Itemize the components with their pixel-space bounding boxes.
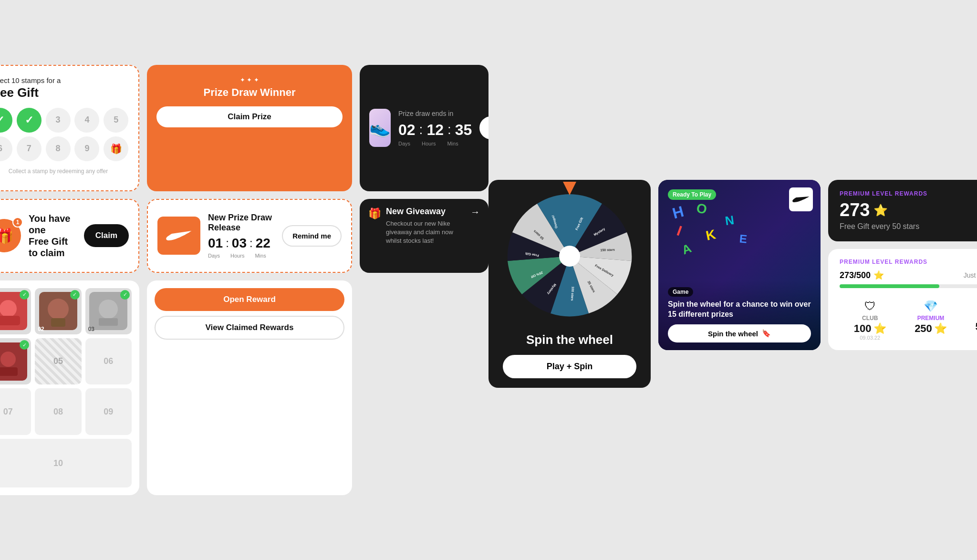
giveaway-title: New Giveaway xyxy=(386,207,466,217)
spin-wheel-button[interactable]: Spin the wheel 🔖 xyxy=(668,324,811,342)
timer-mins: 35 xyxy=(455,121,472,139)
new-prize-labels: Days Hours Mins xyxy=(208,253,274,259)
tier-elite: ✦ ELITE 500 ⭐ xyxy=(975,300,977,341)
prem-to-go: Just 227 stars to go xyxy=(964,271,977,279)
reward-cell-04: ✓ 04 xyxy=(0,338,31,384)
svg-rect-13 xyxy=(0,316,20,325)
new-prize-hours: 03 xyxy=(232,236,247,251)
tier-club: 🛡 CLUB 100 ⭐ 09.03.22 xyxy=(854,300,886,341)
stamp-hint: Collect a stamp by redeeming any offer xyxy=(0,168,129,175)
new-prize-days: 01 xyxy=(208,236,223,251)
enter-now-button[interactable]: Enter now xyxy=(479,116,488,139)
stamp-4: 4 xyxy=(74,108,99,133)
prem-label: PREMIUM LEVEL REWARDS xyxy=(840,259,977,265)
prize-draw-card: 👟 Prize draw ends in 02 : 12 : 35 Days H… xyxy=(360,65,488,191)
svg-point-25 xyxy=(559,246,580,267)
remind-me-button[interactable]: Remind me xyxy=(282,225,342,247)
svg-point-21 xyxy=(0,352,16,367)
timer-hours: 12 xyxy=(426,121,444,139)
giveaway-card: 🎁 New Giveaway Checkout our new Nike giv… xyxy=(360,199,488,273)
premium-top-label: PREMIUM LEVEL REWARDS xyxy=(840,190,927,197)
tier-row: 🛡 CLUB 100 ⭐ 09.03.22 💎 PREMIUM 250 ⭐ ✦ … xyxy=(840,300,977,341)
stamp-3: 3 xyxy=(46,108,71,133)
gift-icon-wrap: 🎁 1 xyxy=(0,219,21,252)
giveaway-content: New Giveaway Checkout our new Nike givea… xyxy=(386,207,466,246)
rewards-grid-card: ✓ 01 ✓ 02 ✓ 03 ✓ 04 05 xyxy=(0,280,139,496)
view-claimed-button[interactable]: View Claimed Rewards xyxy=(155,316,344,340)
bookmark-icon: 🔖 xyxy=(762,329,771,338)
game-nike-logo xyxy=(789,187,813,211)
stamps-grid: ✓ ✓ 3 4 5 6 7 8 9 🎁 xyxy=(0,108,129,161)
ready-to-play-tag: Ready To Play xyxy=(668,189,716,200)
reward-cell-02: ✓ 02 xyxy=(35,288,81,334)
open-reward-button[interactable]: Open Reward xyxy=(155,288,344,311)
spin-wheel-card: Free Gift Mystery 150 stars Free Deliver… xyxy=(488,180,651,388)
premium-top-card: PREMIUM LEVEL REWARDS 273 ⭐ Free Gift ev… xyxy=(828,180,977,241)
wheel-pointer xyxy=(563,182,576,195)
wheel-container: Free Gift Mystery 150 stars Free Deliver… xyxy=(503,189,636,323)
reward-cell-09: 09 xyxy=(85,388,132,435)
game-background: Ready To Play H O N I K E A Game Spin th… xyxy=(658,180,821,350)
gift-badge: 1 xyxy=(12,217,23,228)
play-spin-button[interactable]: Play + Spin xyxy=(503,355,636,378)
tier-elite-pts: 500 ⭐ xyxy=(975,321,977,333)
star-icon-prem: ⭐ xyxy=(873,270,884,280)
tier-premium: 💎 PREMIUM 250 ⭐ xyxy=(915,300,947,341)
svg-point-12 xyxy=(0,300,17,317)
progress-bar-fill xyxy=(840,284,939,288)
new-prize-title: New Prize Draw Release xyxy=(208,213,274,233)
claim-prize-button[interactable]: Claim Prize xyxy=(156,106,343,127)
prem-count: 273/500 ⭐ xyxy=(840,270,884,280)
stamp-1: ✓ xyxy=(0,108,12,133)
tier-club-date: 09.03.22 xyxy=(854,335,886,341)
premium-stars-row: 273 ⭐ xyxy=(840,200,927,220)
claim-title: You have one Free Gift to claim xyxy=(29,213,76,259)
claim-text: You have one Free Gift to claim xyxy=(29,213,76,259)
gem-icon: 💎 xyxy=(915,300,947,313)
svg-rect-22 xyxy=(0,367,18,376)
stamp-5: 5 xyxy=(104,108,128,133)
stamp-subtitle: Collect 10 stamps for a xyxy=(0,76,129,84)
svg-rect-19 xyxy=(99,318,118,326)
svg-rect-16 xyxy=(51,318,65,327)
tier-premium-pts: 250 ⭐ xyxy=(915,322,947,335)
game-bottom: Game Spin the wheel for a chance to win … xyxy=(658,280,821,350)
timer-digits: 02 : 12 : 35 xyxy=(398,121,472,139)
tier-premium-name: PREMIUM xyxy=(915,315,947,321)
reward-check-04: ✓ xyxy=(20,340,29,350)
new-prize-timer: 01 : 03 : 22 xyxy=(208,236,274,251)
claim-button[interactable]: Claim xyxy=(84,224,129,247)
timer-days: 02 xyxy=(398,121,416,139)
game-card: Ready To Play H O N I K E A Game Spin th… xyxy=(658,180,821,350)
reward-cell-10: 10 xyxy=(0,439,132,488)
confetti-left: ✦ ✦ ✦ xyxy=(240,76,259,83)
timer-label: Prize draw ends in xyxy=(398,110,472,117)
reward-cell-01: ✓ 01 xyxy=(0,288,31,334)
svg-text:150 stars: 150 stars xyxy=(600,248,615,252)
prize-winner-card: ✦ ✦ ✦ Prize Draw Winner Claim Prize xyxy=(147,65,352,191)
reward-check-01: ✓ xyxy=(20,290,29,300)
claim-gift-card: 🎁 1 You have one Free Gift to claim Clai… xyxy=(0,199,139,273)
stamp-card: Collect 10 stamps for a Free Gift ✓ ✓ 3 … xyxy=(0,65,139,191)
stamp-title: Free Gift xyxy=(0,85,129,100)
premium-column: PREMIUM LEVEL REWARDS 273 ⭐ Free Gift ev… xyxy=(828,180,977,350)
nike-prize-box xyxy=(157,217,200,255)
progress-bar-wrap xyxy=(840,284,977,288)
tier-club-pts: 100 ⭐ xyxy=(854,322,886,335)
timer-info: Prize draw ends in 02 : 12 : 35 Days Hou… xyxy=(398,110,472,146)
confetti-line: ✦ ✦ ✦ xyxy=(156,76,343,83)
prem-stars-row: 273/500 ⭐ Just 227 stars to go xyxy=(840,270,977,280)
prize-shoe-image: 👟 xyxy=(369,109,391,147)
svg-point-18 xyxy=(99,300,118,319)
giveaway-desc: Checkout our new Nike giveaway and claim… xyxy=(386,219,466,246)
reward-cell-05: 05 xyxy=(35,338,81,384)
reward-cell-03: ✓ 03 xyxy=(85,288,132,334)
stamp-10-gift: 🎁 xyxy=(104,136,128,161)
game-title: Spin the wheel for a chance to win over … xyxy=(668,300,811,320)
prize-winner-title: Prize Draw Winner xyxy=(156,86,343,99)
arrow-icon[interactable]: → xyxy=(470,207,480,218)
rewards-grid: ✓ 01 ✓ 02 ✓ 03 ✓ 04 05 xyxy=(0,288,132,488)
game-tag: Game xyxy=(668,287,693,297)
new-prize-card: New Prize Draw Release 01 : 03 : 22 Days… xyxy=(147,199,352,273)
star-icon: ⭐ xyxy=(873,204,888,217)
